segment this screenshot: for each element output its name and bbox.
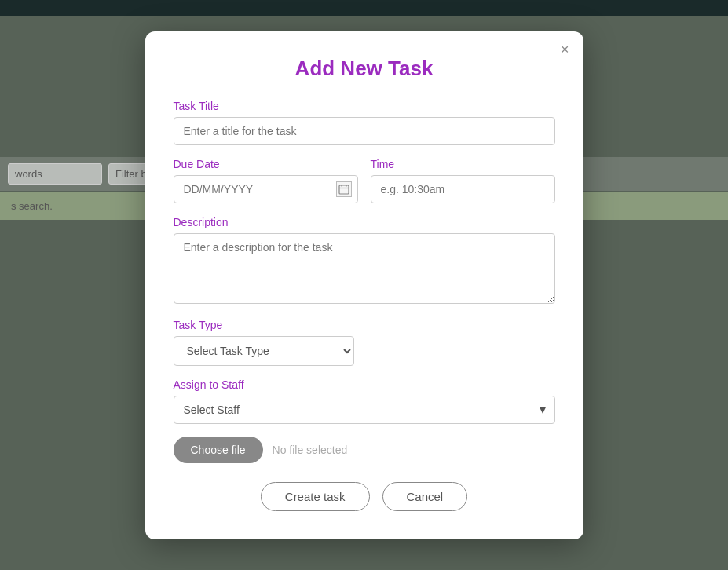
svg-rect-0 bbox=[339, 185, 349, 194]
task-title-group: Task Title bbox=[174, 100, 555, 145]
description-textarea[interactable] bbox=[174, 233, 555, 304]
assign-staff-label: Assign to Staff bbox=[174, 378, 555, 391]
modal-title: Add New Task bbox=[174, 57, 555, 81]
staff-select-wrapper: Select Staff ▾ bbox=[174, 396, 555, 424]
modal-close-button[interactable]: × bbox=[561, 42, 569, 57]
no-file-text: No file selected bbox=[273, 444, 348, 456]
due-date-input[interactable] bbox=[174, 175, 358, 203]
task-title-input[interactable] bbox=[174, 117, 555, 145]
date-time-row: Due Date Time bbox=[174, 158, 555, 203]
description-label: Description bbox=[174, 216, 555, 228]
calendar-icon[interactable] bbox=[336, 181, 352, 197]
add-task-modal: × Add New Task Task Title Due Date bbox=[145, 31, 583, 539]
date-input-wrapper bbox=[174, 175, 358, 203]
staff-select[interactable]: Select Staff bbox=[174, 396, 555, 424]
task-title-label: Task Title bbox=[174, 100, 555, 112]
cancel-button[interactable]: Cancel bbox=[382, 482, 468, 511]
task-type-group: Task Type Select Task Type bbox=[174, 319, 555, 366]
create-task-button[interactable]: Create task bbox=[261, 482, 370, 511]
task-type-select[interactable]: Select Task Type bbox=[174, 336, 354, 366]
choose-file-button[interactable]: Choose file bbox=[174, 437, 263, 463]
description-group: Description bbox=[174, 216, 555, 306]
action-row: Create task Cancel bbox=[174, 482, 555, 511]
time-group: Time bbox=[371, 158, 555, 203]
time-input[interactable] bbox=[371, 175, 555, 203]
assign-staff-group: Assign to Staff Select Staff ▾ bbox=[174, 378, 555, 424]
due-date-group: Due Date bbox=[174, 158, 358, 203]
time-label: Time bbox=[371, 158, 555, 170]
file-upload-row: Choose file No file selected bbox=[174, 437, 555, 463]
modal-backdrop: × Add New Task Task Title Due Date bbox=[0, 0, 728, 570]
task-type-label: Task Type bbox=[174, 319, 555, 331]
due-date-label: Due Date bbox=[174, 158, 358, 170]
